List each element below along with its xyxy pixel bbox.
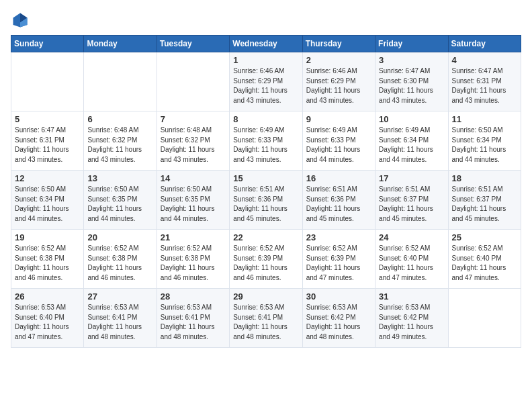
day-info: Sunrise: 6:53 AM Sunset: 6:42 PM Dayligh… [306,303,371,342]
day-number: 28 [161,291,226,302]
day-info: Sunrise: 6:52 AM Sunset: 6:38 PM Dayligh… [87,244,152,283]
day-number: 23 [306,232,371,242]
day-info: Sunrise: 6:51 AM Sunset: 6:37 PM Dayligh… [379,185,444,224]
calendar-cell: 1Sunrise: 6:46 AM Sunset: 6:29 PM Daylig… [230,52,302,111]
calendar-cell: 6Sunrise: 6:48 AM Sunset: 6:32 PM Daylig… [84,111,157,171]
calendar-cell: 18Sunrise: 6:51 AM Sunset: 6:37 PM Dayli… [448,171,521,230]
day-info: Sunrise: 6:47 AM Sunset: 6:30 PM Dayligh… [379,66,444,105]
weekday-header-monday: Monday [84,36,157,52]
calendar-cell: 22Sunrise: 6:52 AM Sunset: 6:39 PM Dayli… [230,230,302,289]
calendar-cell [157,52,229,111]
logo [11,11,32,30]
calendar-cell: 13Sunrise: 6:50 AM Sunset: 6:35 PM Dayli… [84,171,157,230]
calendar-cell: 2Sunrise: 6:46 AM Sunset: 6:29 PM Daylig… [302,52,375,111]
calendar-cell: 24Sunrise: 6:52 AM Sunset: 6:40 PM Dayli… [375,230,448,289]
calendar-week-row: 26Sunrise: 6:53 AM Sunset: 6:40 PM Dayli… [11,289,521,348]
weekday-header-thursday: Thursday [302,36,375,52]
day-number: 10 [379,114,444,124]
day-info: Sunrise: 6:52 AM Sunset: 6:40 PM Dayligh… [379,244,444,283]
calendar-cell: 16Sunrise: 6:51 AM Sunset: 6:36 PM Dayli… [302,171,375,230]
calendar-cell: 30Sunrise: 6:53 AM Sunset: 6:42 PM Dayli… [302,289,375,348]
day-number: 20 [87,232,152,242]
day-info: Sunrise: 6:46 AM Sunset: 6:29 PM Dayligh… [233,66,298,105]
calendar-cell: 20Sunrise: 6:52 AM Sunset: 6:38 PM Dayli… [84,230,157,289]
calendar-cell: 25Sunrise: 6:52 AM Sunset: 6:40 PM Dayli… [448,230,521,289]
calendar-cell: 10Sunrise: 6:49 AM Sunset: 6:34 PM Dayli… [375,111,448,171]
day-info: Sunrise: 6:50 AM Sunset: 6:35 PM Dayligh… [161,185,226,224]
calendar-cell: 19Sunrise: 6:52 AM Sunset: 6:38 PM Dayli… [11,230,84,289]
day-info: Sunrise: 6:53 AM Sunset: 6:41 PM Dayligh… [87,303,152,342]
weekday-header-sunday: Sunday [11,36,84,52]
weekday-header-tuesday: Tuesday [157,36,229,52]
day-number: 17 [379,173,444,183]
day-number: 11 [452,114,517,124]
day-info: Sunrise: 6:47 AM Sunset: 6:31 PM Dayligh… [452,66,517,105]
weekday-header-row: SundayMondayTuesdayWednesdayThursdayFrid… [11,36,521,52]
day-info: Sunrise: 6:50 AM Sunset: 6:34 PM Dayligh… [452,126,517,165]
day-info: Sunrise: 6:52 AM Sunset: 6:38 PM Dayligh… [161,244,226,283]
calendar-cell: 4Sunrise: 6:47 AM Sunset: 6:31 PM Daylig… [448,52,521,111]
calendar-cell: 31Sunrise: 6:53 AM Sunset: 6:42 PM Dayli… [375,289,448,348]
day-info: Sunrise: 6:52 AM Sunset: 6:39 PM Dayligh… [233,244,298,283]
calendar-week-row: 12Sunrise: 6:50 AM Sunset: 6:34 PM Dayli… [11,171,521,230]
day-number: 22 [233,232,298,242]
day-number: 29 [233,291,298,302]
calendar-cell: 17Sunrise: 6:51 AM Sunset: 6:37 PM Dayli… [375,171,448,230]
day-info: Sunrise: 6:50 AM Sunset: 6:34 PM Dayligh… [15,185,80,224]
calendar-cell: 15Sunrise: 6:51 AM Sunset: 6:36 PM Dayli… [230,171,302,230]
day-info: Sunrise: 6:48 AM Sunset: 6:32 PM Dayligh… [87,126,152,165]
calendar-cell: 28Sunrise: 6:53 AM Sunset: 6:41 PM Dayli… [157,289,229,348]
calendar-cell: 21Sunrise: 6:52 AM Sunset: 6:38 PM Dayli… [157,230,229,289]
calendar-cell: 26Sunrise: 6:53 AM Sunset: 6:40 PM Dayli… [11,289,84,348]
day-info: Sunrise: 6:52 AM Sunset: 6:40 PM Dayligh… [452,244,517,283]
day-number: 6 [87,114,152,124]
calendar-table: SundayMondayTuesdayWednesdayThursdayFrid… [11,35,521,348]
calendar-cell: 8Sunrise: 6:49 AM Sunset: 6:33 PM Daylig… [230,111,302,171]
day-number: 14 [161,173,226,183]
day-info: Sunrise: 6:50 AM Sunset: 6:35 PM Dayligh… [87,185,152,224]
day-number: 31 [379,291,444,302]
day-number: 30 [306,291,371,302]
weekday-header-wednesday: Wednesday [230,36,302,52]
page-header [11,11,521,30]
day-info: Sunrise: 6:53 AM Sunset: 6:41 PM Dayligh… [161,303,226,342]
day-number: 24 [379,232,444,242]
day-info: Sunrise: 6:51 AM Sunset: 6:36 PM Dayligh… [306,185,371,224]
calendar-cell: 9Sunrise: 6:49 AM Sunset: 6:33 PM Daylig… [302,111,375,171]
calendar-cell [84,52,157,111]
day-number: 8 [233,114,298,124]
day-number: 2 [306,55,371,65]
day-number: 4 [452,55,517,65]
day-number: 5 [15,114,80,124]
day-number: 9 [306,114,371,124]
day-number: 16 [306,173,371,183]
day-number: 15 [233,173,298,183]
day-info: Sunrise: 6:48 AM Sunset: 6:32 PM Dayligh… [161,126,226,165]
day-info: Sunrise: 6:46 AM Sunset: 6:29 PM Dayligh… [306,66,371,105]
weekday-header-saturday: Saturday [448,36,521,52]
calendar-cell [448,289,521,348]
day-info: Sunrise: 6:47 AM Sunset: 6:31 PM Dayligh… [15,126,80,165]
day-info: Sunrise: 6:49 AM Sunset: 6:34 PM Dayligh… [379,126,444,165]
calendar-cell: 3Sunrise: 6:47 AM Sunset: 6:30 PM Daylig… [375,52,448,111]
calendar-week-row: 5Sunrise: 6:47 AM Sunset: 6:31 PM Daylig… [11,111,521,171]
day-info: Sunrise: 6:53 AM Sunset: 6:40 PM Dayligh… [15,303,80,342]
day-number: 3 [379,55,444,65]
calendar-cell: 5Sunrise: 6:47 AM Sunset: 6:31 PM Daylig… [11,111,84,171]
calendar-cell: 29Sunrise: 6:53 AM Sunset: 6:41 PM Dayli… [230,289,302,348]
calendar-cell: 7Sunrise: 6:48 AM Sunset: 6:32 PM Daylig… [157,111,229,171]
calendar-cell: 12Sunrise: 6:50 AM Sunset: 6:34 PM Dayli… [11,171,84,230]
day-number: 18 [452,173,517,183]
weekday-header-friday: Friday [375,36,448,52]
day-number: 21 [161,232,226,242]
day-info: Sunrise: 6:52 AM Sunset: 6:38 PM Dayligh… [15,244,80,283]
day-number: 12 [15,173,80,183]
day-number: 1 [233,55,298,65]
day-info: Sunrise: 6:53 AM Sunset: 6:41 PM Dayligh… [233,303,298,342]
calendar-cell: 11Sunrise: 6:50 AM Sunset: 6:34 PM Dayli… [448,111,521,171]
day-number: 13 [87,173,152,183]
calendar-cell: 14Sunrise: 6:50 AM Sunset: 6:35 PM Dayli… [157,171,229,230]
day-number: 26 [15,291,80,302]
day-info: Sunrise: 6:49 AM Sunset: 6:33 PM Dayligh… [306,126,371,165]
calendar-cell: 23Sunrise: 6:52 AM Sunset: 6:39 PM Dayli… [302,230,375,289]
